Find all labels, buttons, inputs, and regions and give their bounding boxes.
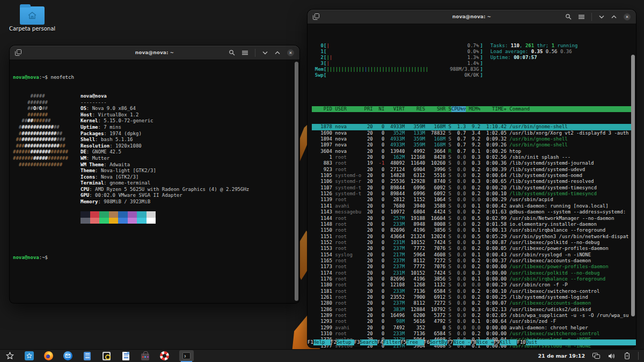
- chevron-down-icon[interactable]: [262, 51, 268, 55]
- taskbar-item-favorites[interactable]: [5, 351, 14, 360]
- process-row[interactable]: 1181root200233M71366584S0.00.20:00.10/us…: [312, 289, 632, 294]
- column-header-mem[interactable]: MEM%: [466, 106, 480, 112]
- process-row[interactable]: 1690nova200352M133M78832S0.73.41:02.05/u…: [312, 130, 632, 136]
- fkey-F7[interactable]: F7: [447, 339, 453, 345]
- column-header-st[interactable]: S: [445, 106, 451, 112]
- process-row[interactable]: 1310root200233M71366584S0.00.20:00.00/us…: [312, 331, 632, 337]
- process-row[interactable]: 1286root200383M1288410792S0.00.30:02.13/…: [312, 307, 632, 313]
- new-tab-icon[interactable]: [15, 49, 21, 56]
- process-row[interactable]: 1148root200233M89488008S0.00.20:01.58io.…: [312, 221, 632, 227]
- process-row[interactable]: 1180root2001210812681132S0.00.00:00.29/u…: [312, 282, 632, 288]
- taskbar-clock[interactable]: 21 de mar 19:12: [538, 353, 585, 359]
- column-header-shr[interactable]: SHR: [425, 106, 445, 112]
- fkey-F2[interactable]: F2: [331, 339, 336, 345]
- process-table-header[interactable]: PIDUSERPRINIVIRTRESSHRSCPU%▽MEM%TIME+Com…: [312, 106, 632, 112]
- terminal-window-htop[interactable]: nova@nova: ~ ✕ 0[|0.7%]Tasks: 110, 261 t…: [308, 10, 636, 348]
- process-row[interactable]: 1139root200281211521064S0.00.00:00.29/us…: [312, 197, 632, 203]
- process-row[interactable]: 1144root200257M1918816604S0.00.50:02.99/…: [312, 216, 632, 221]
- fkey-F4[interactable]: F4: [377, 339, 383, 345]
- column-header-pri[interactable]: PRI: [361, 106, 373, 112]
- chevron-up-icon[interactable]: [611, 15, 617, 19]
- search-icon[interactable]: [565, 13, 572, 20]
- fkey-F5-label[interactable]: Tree: [406, 339, 424, 345]
- fkey-F2-label[interactable]: Setup: [336, 339, 354, 345]
- chevron-up-icon[interactable]: [275, 51, 280, 55]
- process-row[interactable]: 1173root200237M77727076S0.00.20:00.00/us…: [312, 264, 632, 270]
- fkey-F9-label[interactable]: Kill: [500, 339, 517, 345]
- search-icon[interactable]: [229, 49, 235, 56]
- process-row[interactable]: 1878nova2004933M359M168MS1.39.21:10.42/u…: [312, 124, 632, 130]
- process-row[interactable]: 1154syslog200217M59644608S0.00.10:00.43/…: [312, 252, 632, 258]
- titlebar[interactable]: nova@nova: ~ ✕: [308, 10, 636, 24]
- taskbar-item-app-launcher[interactable]: [25, 351, 34, 360]
- taskbar-item-firefox[interactable]: [44, 351, 53, 360]
- process-row[interactable]: 1143messagebu2001097268044424S0.00.20:01…: [312, 209, 632, 215]
- fkey-F1-label[interactable]: Help: [313, 339, 331, 345]
- close-icon[interactable]: ✕: [624, 13, 631, 20]
- new-tab-icon[interactable]: [313, 13, 319, 20]
- taskbar-item-app-center[interactable]: [141, 351, 150, 360]
- terminal-content[interactable]: nova@nova:~$ neofetch ##### ####### ##O#…: [10, 61, 299, 303]
- taskbar-item-music-player[interactable]: [102, 351, 111, 360]
- chevron-down-icon[interactable]: [599, 15, 604, 19]
- process-row[interactable]: 923root2002712469043996S0.00.20:00.39/li…: [312, 167, 632, 173]
- close-icon[interactable]: ✕: [287, 49, 294, 56]
- fkey-F3[interactable]: F3: [354, 339, 360, 345]
- process-row[interactable]: 1105systemd-o2001482863125516S0.00.20:00…: [312, 173, 632, 179]
- titlebar[interactable]: nova@nova: ~ ✕: [10, 46, 299, 60]
- taskbar-item-help[interactable]: [160, 351, 169, 360]
- column-header-cmd[interactable]: Command: [507, 106, 632, 112]
- process-row[interactable]: 1280root200237M81127272S0.00.20:00.07/us…: [312, 300, 632, 306]
- process-row[interactable]: 1176root2008269641963856S0.00.10:00.00/u…: [312, 276, 632, 282]
- process-row[interactable]: 1165root200237M81127272S0.00.20:00.37/us…: [312, 258, 632, 264]
- volume-icon[interactable]: [607, 351, 616, 360]
- process-row[interactable]: 1152root200231M101527424S0.00.30:00.87/u…: [312, 240, 632, 246]
- process-row[interactable]: 1289root2001649662005372S0.00.20:02.05/s…: [312, 313, 632, 319]
- fkey-F1[interactable]: F1: [308, 339, 313, 345]
- taskbar-item-thunderbird[interactable]: [63, 351, 72, 360]
- column-header-time[interactable]: TIME+: [480, 106, 507, 112]
- column-header-user[interactable]: USER: [332, 106, 361, 112]
- fkey-F9[interactable]: F9: [494, 339, 500, 345]
- process-row[interactable]: 1894nova2004933M359M168MS0.79.20:09.32/u…: [312, 136, 632, 142]
- fkey-F10-label[interactable]: Quit: [526, 339, 544, 345]
- fkey-F4-label[interactable]: Filter: [383, 339, 401, 345]
- process-row[interactable]: 1126systemd-t2008984469966092S0.00.20:00…: [312, 191, 632, 197]
- battery-icon[interactable]: [623, 351, 632, 360]
- process-row[interactable]: 1151root200436642132412024S0.00.50:05.29…: [312, 234, 632, 240]
- terminal-window-neofetch[interactable]: nova@nova: ~ ✕ nova@nova:~$ neofetch ###…: [10, 46, 299, 303]
- screen-share-icon[interactable]: [591, 351, 601, 360]
- taskbar-item-documents[interactable]: [121, 351, 130, 360]
- fkey-F10[interactable]: F10: [517, 339, 525, 345]
- menu-icon[interactable]: [579, 14, 584, 20]
- column-header-virt[interactable]: VIRT: [384, 106, 405, 112]
- home-folder-desktop-icon[interactable]: Carpeta personal: [4, 3, 60, 32]
- process-row[interactable]: 1174root200231M101527424S0.00.30:00.00/u…: [312, 270, 632, 276]
- column-header-ni[interactable]: NI: [373, 106, 385, 112]
- htop-content[interactable]: 0[|0.7%]Tasks: 110, 261 thr; 1 running1[…: [308, 25, 636, 348]
- fkey-F7-label[interactable]: Nice -: [453, 339, 471, 345]
- process-row[interactable]: 1141avahi200768039403588S0.00.10:00.42av…: [312, 203, 632, 209]
- htop-function-key-bar[interactable]: F1Help F2Setup F3SearchF4FilterF5Tree F6…: [308, 339, 636, 345]
- process-row[interactable]: 1897nova2004933M359M168MS0.79.20:09.26/u…: [312, 142, 632, 148]
- fkey-F8[interactable]: F8: [471, 339, 477, 345]
- menu-icon[interactable]: [242, 50, 248, 56]
- process-row[interactable]: 883root19-1480921164010260S0.00.30:00.36…: [312, 160, 632, 166]
- taskbar-item-terminal-active[interactable]: ❯: [179, 350, 194, 361]
- fkey-F3-label[interactable]: Search: [360, 339, 378, 345]
- column-header-cpu[interactable]: CPU%▽: [451, 106, 466, 112]
- column-header-res[interactable]: RES: [405, 106, 425, 112]
- fkey-F6[interactable]: F6: [424, 339, 430, 345]
- process-row[interactable]: 1root200162M121688428S0.00.30:02.56/sbin…: [312, 154, 632, 160]
- process-row[interactable]: 1106systemd-r20025536129288740S0.00.30:0…: [312, 179, 632, 184]
- process-row[interactable]: 1261root2002355279006912S0.00.20:00.25/l…: [312, 294, 632, 300]
- process-row[interactable]: 1153root200237M77727076S0.00.20:00.05/us…: [312, 246, 632, 252]
- process-row[interactable]: 3604nova2001394049923664R0.70.10:00.26ht…: [312, 149, 632, 154]
- scrollbar[interactable]: [295, 62, 298, 301]
- scrollbar[interactable]: [631, 55, 635, 316]
- process-row[interactable]: 1293root20098M56164792S0.00.10:00.64/usr…: [312, 319, 632, 324]
- fkey-F8-label[interactable]: Nice +: [476, 339, 494, 345]
- fkey-F5[interactable]: F5: [400, 339, 406, 345]
- process-row[interactable]: 1107systemd-t2008984469966092S0.00.20:00…: [312, 185, 632, 191]
- process-row[interactable]: 1299avahi20074923520S0.00.00:00.00avahi-…: [312, 325, 632, 331]
